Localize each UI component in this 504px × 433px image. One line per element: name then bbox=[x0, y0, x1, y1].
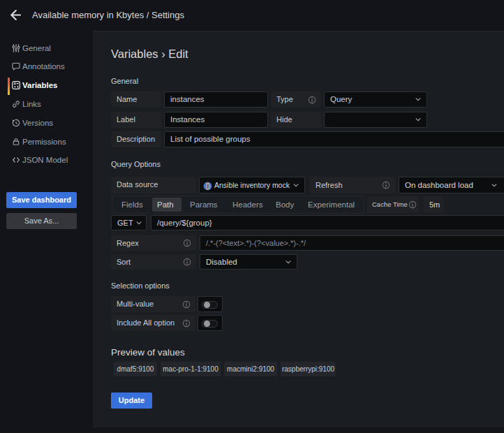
svg-text:{}: {} bbox=[205, 182, 210, 189]
